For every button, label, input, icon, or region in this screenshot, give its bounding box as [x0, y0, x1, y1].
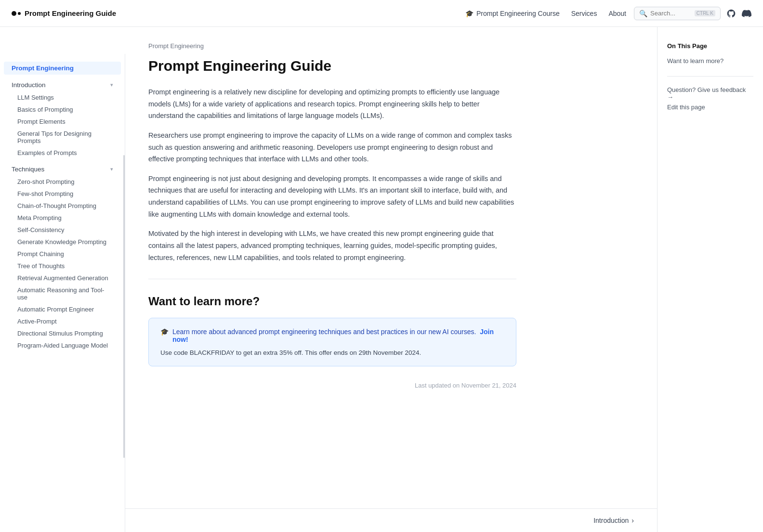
page-title: Prompt Engineering Guide — [148, 57, 516, 75]
logo[interactable]: Prompt Engineering Guide — [12, 9, 116, 17]
sidebar-item-auto-prompt-engineer[interactable]: Automatic Prompt Engineer — [4, 303, 121, 315]
on-this-page-item-learn-more[interactable]: Want to learn more? — [667, 55, 753, 66]
sidebar-item-active-prompt[interactable]: Active-Prompt — [4, 315, 121, 327]
search-icon: 🔍 — [639, 10, 647, 17]
bottom-nav: Introduction › — [125, 508, 657, 532]
graduation-promo-icon: 🎓 — [160, 328, 169, 336]
course-link[interactable]: 🎓 Prompt Engineering Course — [465, 10, 560, 17]
sidebar-item-techniques[interactable]: Techniques ▾ — [4, 163, 121, 176]
discord-icon[interactable] — [742, 9, 751, 18]
breadcrumb: Prompt Engineering — [148, 42, 516, 50]
graduation-icon: 🎓 — [465, 10, 474, 17]
next-page-link[interactable]: Introduction › — [593, 517, 634, 524]
edit-page-link[interactable]: Edit this page — [667, 104, 753, 111]
section-divider — [148, 279, 516, 279]
sidebar-item-self-consistency[interactable]: Self-Consistency — [4, 224, 121, 236]
promo-main-text: 🎓 Learn more about advanced prompt engin… — [160, 328, 504, 343]
about-link[interactable]: About — [608, 10, 626, 17]
search-input[interactable] — [650, 10, 692, 17]
topnav: Prompt Engineering Guide 🎓 Prompt Engine… — [0, 0, 763, 27]
sidebar-item-examples[interactable]: Examples of Prompts — [4, 147, 121, 159]
logo-text: Prompt Engineering Guide — [25, 9, 116, 17]
services-link[interactable]: Services — [571, 10, 597, 17]
sidebar-item-prompt-chaining[interactable]: Prompt Chaining — [4, 248, 121, 260]
sidebar-item-llm-settings[interactable]: LLM Settings — [4, 91, 121, 104]
sidebar-item-rag[interactable]: Retrieval Augmented Generation — [4, 272, 121, 284]
sidebar-item-chain-of-thought[interactable]: Chain-of-Thought Prompting — [4, 200, 121, 212]
promo-text: Learn more about advanced prompt enginee… — [172, 328, 476, 336]
sidebar-item-general-tips[interactable]: General Tips for Designing Prompts — [4, 128, 121, 147]
logo-icon — [12, 11, 21, 16]
topnav-icons — [726, 9, 751, 18]
topnav-links: 🎓 Prompt Engineering Course Services Abo… — [465, 10, 626, 17]
page-body: Prompt engineering is a relatively new d… — [148, 86, 516, 263]
search-shortcut: CTRL K — [695, 10, 715, 16]
chevron-down-icon-techniques: ▾ — [110, 166, 113, 172]
sidebar: Prompt Engineering Introduction ▾ LLM Se… — [0, 54, 125, 532]
sidebar-item-few-shot[interactable]: Few-shot Prompting — [4, 188, 121, 200]
search-box[interactable]: 🔍 CTRL K — [634, 7, 721, 20]
sidebar-scrollbar — [123, 155, 125, 458]
promo-code: Use code BLACKFRIDAY to get an extra 35%… — [160, 349, 504, 356]
sidebar-item-prompt-elements[interactable]: Prompt Elements — [4, 116, 121, 128]
sidebar-item-meta-prompting[interactable]: Meta Prompting — [4, 212, 121, 224]
want-to-learn-title: Want to learn more? — [148, 295, 516, 308]
paragraph-2: Researchers use prompt engineering to im… — [148, 130, 516, 165]
main-content: Prompt Engineering Prompt Engineering Gu… — [125, 27, 539, 508]
chevron-down-icon: ▾ — [110, 82, 113, 88]
layout: Prompt Engineering Introduction ▾ LLM Se… — [0, 27, 763, 532]
sidebar-item-basics-of-prompting[interactable]: Basics of Prompting — [4, 104, 121, 116]
promo-box: 🎓 Learn more about advanced prompt engin… — [148, 318, 516, 366]
sidebar-item-tree-of-thoughts[interactable]: Tree of Thoughts — [4, 260, 121, 272]
github-icon[interactable] — [726, 9, 736, 18]
paragraph-3: Prompt engineering is not just about des… — [148, 173, 516, 221]
sidebar-item-zero-shot[interactable]: Zero-shot Prompting — [4, 176, 121, 188]
next-page-label: Introduction — [593, 517, 629, 524]
paragraph-1: Prompt engineering is a relatively new d… — [148, 86, 516, 122]
next-arrow-icon: › — [631, 517, 634, 524]
sidebar-item-introduction[interactable]: Introduction ▾ — [4, 78, 121, 91]
right-divider — [667, 76, 753, 77]
sidebar-item-program-aided[interactable]: Program-Aided Language Model — [4, 339, 121, 351]
feedback-link[interactable]: Question? Give us feedback → — [667, 86, 753, 101]
sidebar-item-directional-stimulus[interactable]: Directional Stimulus Prompting — [4, 327, 121, 339]
right-panel: On This Page Want to learn more? Questio… — [657, 27, 763, 532]
sidebar-item-generate-knowledge[interactable]: Generate Knowledge Prompting — [4, 236, 121, 248]
paragraph-4: Motivated by the high interest in develo… — [148, 228, 516, 263]
sidebar-item-prompt-engineering[interactable]: Prompt Engineering — [4, 62, 121, 75]
on-this-page-title: On This Page — [667, 42, 753, 50]
sidebar-item-auto-reasoning[interactable]: Automatic Reasoning and Tool-use — [4, 284, 121, 303]
last-updated: Last updated on November 21, 2024 — [148, 382, 516, 389]
